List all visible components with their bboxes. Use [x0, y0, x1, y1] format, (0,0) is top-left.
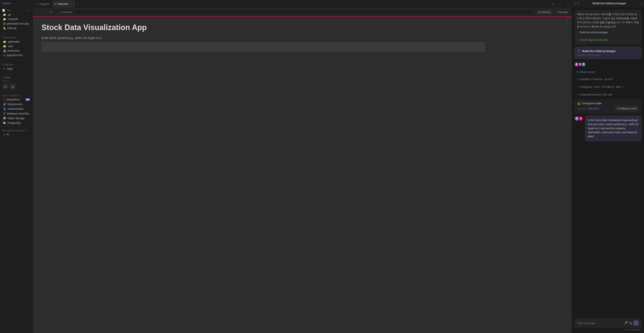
- file-pythonlibs[interactable]: 📁 .pythonlibs: [1, 40, 32, 44]
- step-configured[interactable]: ▷ Configured Start Streamlit App t...: [574, 84, 642, 90]
- integrations-icon: ⬡: [3, 98, 5, 101]
- tools-icons: 🖥 ▤: [0, 83, 33, 90]
- more-options-btn[interactable]: ⋯: [564, 2, 569, 7]
- feedback-row: Have feedback?: [574, 327, 642, 331]
- nav-forward-btn[interactable]: →: [42, 10, 47, 14]
- send-button[interactable]: ↑: [634, 320, 639, 325]
- chat-input[interactable]: [577, 321, 622, 325]
- task-name: Build the initial prototype: [582, 50, 616, 53]
- step-installed[interactable]: ⬡ Installed yfinance, plotly: [574, 77, 642, 82]
- rollback-icon: ↺: [617, 107, 619, 110]
- chat-body: Yahoo 파이낸스에서 데이터를 가져와 표와 차트로 표시하고 CSV 다운…: [572, 7, 644, 316]
- stock-symbol-input[interactable]: [42, 42, 485, 52]
- sidebar-toggle-btn[interactable]: ◫: [551, 2, 556, 7]
- plan-message: Yahoo 파이낸스에서 데이터를 가져와 표와 차트로 표시하고 CSV 다운…: [574, 10, 642, 45]
- sidebar-item-integrations[interactable]: ⬡ Integrations Ne: [1, 97, 32, 102]
- nav-refresh-btn[interactable]: ↻: [49, 10, 54, 14]
- sidebar-item-object-storage[interactable]: 📦 Object Storage: [1, 116, 32, 120]
- file-main-py[interactable]: 🐍 main.py: [1, 26, 32, 30]
- rollback-button[interactable]: ↺ Rollback to here: [615, 106, 639, 111]
- user-message-bubble: Is the Stock Data Visualization App work…: [585, 116, 642, 142]
- file-replit[interactable]: ✦ .replit: [1, 67, 32, 71]
- tab-progress[interactable]: ⬡ Progress: [34, 1, 52, 8]
- tab-close-btn[interactable]: ✕: [70, 2, 72, 6]
- config-play-icon: ▷: [576, 86, 578, 89]
- devtools-button[interactable]: ⚙ Devtools: [536, 10, 552, 15]
- tools-terminal-btn[interactable]: ▤: [10, 84, 16, 90]
- folder-icon: 📁: [3, 13, 6, 16]
- user-avatars: A B: [574, 116, 583, 121]
- nav-back-btn[interactable]: ←: [35, 10, 40, 14]
- expand-btn[interactable]: ⤢: [558, 2, 562, 7]
- postgresql-icon: 🐘: [3, 122, 6, 125]
- attach-button[interactable]: 📎: [629, 321, 632, 325]
- tab-webview[interactable]: ☐ Webview ✕: [52, 1, 74, 8]
- file-pyproject[interactable]: ⚙ pyproject.toml: [1, 53, 32, 57]
- show-more-btn[interactable]: ⇅ Show 4 more: [574, 70, 642, 74]
- mic-button[interactable]: 🎤: [624, 321, 628, 325]
- panel-header: 1 / 1 Build the initial prototype ∨: [572, 0, 644, 7]
- file-generated-icon[interactable]: 🖼 generated-icon.png: [1, 22, 32, 26]
- panel-chevron-icon[interactable]: ∨: [640, 2, 642, 5]
- url-code: {...}.replit.dev: [58, 11, 72, 14]
- sidebar-item-database[interactable]: 🗄 Database (Key/Valu: [1, 112, 32, 116]
- expand-icon: ⇅: [576, 71, 578, 74]
- files-section-header: 📄 Files ↗ ⬆: [0, 8, 33, 12]
- tab-add-button[interactable]: +: [75, 2, 80, 6]
- upload-icon[interactable]: ⬆: [29, 9, 31, 12]
- new-badge: Ne: [26, 98, 30, 101]
- devtools-icon: ⚙: [538, 11, 540, 14]
- tab-bar: ⬡ Progress ☐ Webview ✕ + ◫ ⤢ ⋯: [33, 0, 572, 8]
- panel-counter: 1 / 1: [574, 2, 579, 5]
- app-title: Stock Data Visualization App: [42, 23, 563, 32]
- webview-icon: ☐: [54, 3, 56, 5]
- authentication-icon: 👤: [3, 107, 6, 110]
- folder-icon: 📁: [3, 40, 6, 43]
- plan-text: Yahoo 파이낸스에서 데이터를 가져와 표와 차트로 표시하고 CSV 다운…: [577, 13, 639, 28]
- sidebar-item-postgresql[interactable]: 🐘 PostgreSQL: [1, 121, 32, 125]
- object-storage-icon: 📦: [3, 117, 6, 120]
- chevron-down-icon: ∨: [2, 76, 4, 79]
- file-poetry-lock[interactable]: 🔒 poetry.lock: [1, 49, 32, 53]
- divider-packager: [0, 33, 33, 33]
- divider-tools: [0, 73, 33, 74]
- new-tab-button[interactable]: ↗ New tab: [554, 10, 570, 15]
- workspace-info-icon[interactable]: i: [24, 129, 27, 132]
- ai-icon: ✦: [3, 133, 5, 136]
- sidebar-search[interactable]: Search: [0, 0, 33, 7]
- user-query: A B Is the Stock Data Visualization App …: [574, 116, 642, 142]
- panel-title: Build the initial prototype: [593, 2, 626, 5]
- tools-recent-label: Recent: [0, 79, 33, 83]
- step-presented[interactable]: ⬡ Presented results to the user: [574, 92, 642, 97]
- cloud-info-icon[interactable]: i: [19, 94, 22, 97]
- image-icon: 🖼: [3, 22, 6, 25]
- webview-more-btn[interactable]: ⋮: [566, 19, 569, 23]
- files-icon: 📄: [2, 9, 5, 12]
- feedback-link[interactable]: Have feedback?: [624, 328, 642, 331]
- file-upm[interactable]: 📁 .upm: [1, 44, 32, 48]
- cloud-services-header: Cloud Services i: [0, 93, 33, 97]
- sidebar-item-ai[interactable]: ✦ AI: [1, 132, 32, 137]
- external-icon[interactable]: ↗: [26, 9, 28, 12]
- step3-label: Presented results to the user: [580, 93, 612, 96]
- tools-monitor-btn[interactable]: 🖥: [2, 84, 8, 90]
- plan-bullet: • Build the initial prototype: [577, 31, 639, 35]
- file-streamlit[interactable]: 📁 .streamlit: [1, 17, 32, 21]
- sidebar-item-deployments[interactable]: 🚀 Deployments: [1, 102, 32, 106]
- file-git[interactable]: 📁 .git: [1, 13, 32, 17]
- sidebar-item-authentication[interactable]: 👤 Authentication: [1, 107, 32, 111]
- folder-icon: 📁: [3, 45, 6, 48]
- webview-inner: Stock Data Visualization App Enter stock…: [33, 17, 572, 58]
- config-section-header: Config files: [0, 62, 33, 67]
- checkpoint-icon: ⛳: [577, 102, 580, 105]
- approved-text: rhs1014 approved the plan: [580, 38, 608, 42]
- tools-section[interactable]: ∨ Tools: [0, 75, 33, 79]
- step2-code: Start Streamlit App t...: [594, 86, 628, 88]
- new-tab-icon: ↗: [556, 11, 558, 14]
- install-icon: ⬡: [576, 78, 578, 81]
- url-bar[interactable]: {...}.replit.dev / →: [55, 10, 534, 15]
- replit-icon: ✦: [3, 67, 5, 70]
- plan-approved: ✓ rhs1014 approved the plan: [577, 36, 639, 42]
- webview-content: ⋮ Stock Data Visualization App Enter sto…: [33, 17, 572, 333]
- folder-icon: 📁: [3, 18, 6, 21]
